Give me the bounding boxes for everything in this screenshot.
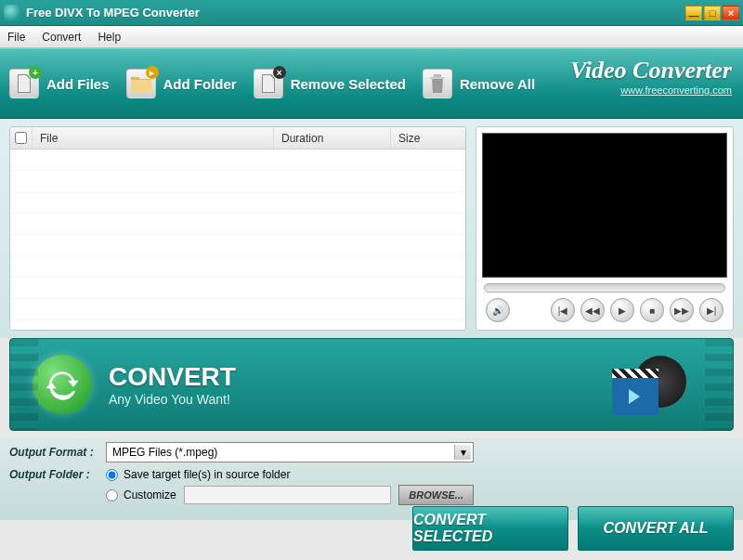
folder-icon: ▸ bbox=[126, 69, 156, 98]
select-all-checkbox[interactable] bbox=[15, 132, 27, 144]
video-preview bbox=[482, 133, 727, 278]
action-buttons: CONVERT SELECTED CONVERT ALL bbox=[412, 506, 734, 551]
x-icon: × bbox=[273, 66, 286, 79]
brand-title: Video Converter bbox=[570, 57, 732, 85]
browse-button[interactable]: BROWSE... bbox=[398, 485, 474, 505]
file-list: File Duration Size bbox=[9, 126, 466, 331]
menu-convert[interactable]: Convert bbox=[42, 31, 81, 44]
menu-help[interactable]: Help bbox=[98, 31, 121, 44]
file-remove-icon: × bbox=[254, 69, 283, 98]
plus-icon: + bbox=[29, 66, 42, 79]
radio-save-source-input[interactable] bbox=[106, 469, 118, 481]
convert-banner[interactable]: CONVERT Any Video You Want! bbox=[9, 338, 734, 431]
brand-url[interactable]: www.freeconverting.com bbox=[570, 85, 732, 96]
close-button[interactable]: × bbox=[723, 6, 739, 20]
play-button[interactable]: ▶ bbox=[610, 298, 634, 322]
volume-button[interactable]: 🔊 bbox=[486, 298, 510, 322]
film-icon bbox=[612, 356, 686, 415]
preview-box: 🔊 |◀ ◀◀ ▶ ■ ▶▶ ▶| bbox=[476, 126, 734, 331]
trash-icon bbox=[423, 69, 452, 98]
remove-all-button[interactable]: Remove All bbox=[423, 69, 535, 98]
header-duration[interactable]: Duration bbox=[274, 127, 391, 149]
radio-customize-label: Customize bbox=[124, 488, 176, 501]
header-size[interactable]: Size bbox=[391, 127, 465, 149]
toolbar: + Add Files ▸ Add Folder × Remove Select… bbox=[0, 48, 743, 119]
radio-customize-input[interactable] bbox=[106, 489, 118, 501]
last-button[interactable]: ▶| bbox=[699, 298, 723, 322]
add-folder-label: Add Folder bbox=[163, 76, 237, 92]
menubar: File Convert Help bbox=[0, 26, 743, 48]
radio-customize[interactable]: Customize bbox=[106, 488, 176, 501]
output-format-label: Output Format : bbox=[9, 446, 106, 459]
banner-big: CONVERT bbox=[109, 362, 236, 392]
remove-selected-label: Remove Selected bbox=[291, 76, 406, 92]
rewind-button[interactable]: ◀◀ bbox=[580, 298, 605, 322]
convert-selected-button[interactable]: CONVERT SELECTED bbox=[412, 506, 568, 551]
minimize-button[interactable]: — bbox=[685, 6, 702, 20]
radio-save-source-label: Save target file(s) in source folder bbox=[124, 468, 290, 481]
convert-all-button[interactable]: CONVERT ALL bbox=[578, 506, 734, 551]
seek-bar[interactable] bbox=[484, 283, 725, 293]
dropdown-arrow-icon: ▾ bbox=[454, 445, 471, 460]
folder-badge-icon: ▸ bbox=[146, 66, 159, 79]
svg-rect-0 bbox=[430, 77, 445, 79]
stop-button[interactable]: ■ bbox=[640, 298, 664, 322]
remove-selected-button[interactable]: × Remove Selected bbox=[254, 69, 406, 98]
file-icon: + bbox=[9, 69, 39, 98]
header-file[interactable]: File bbox=[33, 127, 274, 149]
banner-small: Any Video You Want! bbox=[109, 392, 236, 407]
first-button[interactable]: |◀ bbox=[551, 298, 575, 322]
main-area: File Duration Size 🔊 |◀ ◀◀ ▶ ■ ▶▶ ▶| bbox=[0, 119, 743, 338]
output-format-select[interactable]: MPEG Files (*.mpeg) ▾ bbox=[106, 442, 474, 462]
add-files-label: Add Files bbox=[46, 76, 110, 92]
banner-text: CONVERT Any Video You Want! bbox=[109, 362, 236, 407]
maximize-button[interactable]: □ bbox=[704, 6, 721, 20]
add-files-button[interactable]: + Add Files bbox=[9, 69, 110, 98]
preview-panel: 🔊 |◀ ◀◀ ▶ ■ ▶▶ ▶| bbox=[476, 126, 734, 331]
list-header: File Duration Size bbox=[10, 127, 465, 150]
brand-area: Video Converter www.freeconverting.com bbox=[570, 57, 732, 96]
list-rows bbox=[10, 150, 465, 330]
radio-save-source[interactable]: Save target file(s) in source folder bbox=[106, 468, 474, 481]
window-title: Free DIVX To MPEG Converter bbox=[26, 6, 684, 20]
convert-icon bbox=[33, 355, 92, 414]
header-checkbox[interactable] bbox=[10, 127, 33, 149]
customize-path-input[interactable] bbox=[184, 486, 392, 504]
output-folder-label: Output Folder : bbox=[9, 468, 106, 481]
output-format-value: MPEG Files (*.mpeg) bbox=[112, 446, 217, 459]
remove-all-label: Remove All bbox=[460, 76, 535, 92]
menu-file[interactable]: File bbox=[7, 31, 25, 44]
app-icon bbox=[4, 5, 20, 21]
player-controls: 🔊 |◀ ◀◀ ▶ ■ ▶▶ ▶| bbox=[482, 296, 727, 324]
titlebar: Free DIVX To MPEG Converter — □ × bbox=[0, 0, 743, 26]
forward-button[interactable]: ▶▶ bbox=[670, 298, 694, 322]
add-folder-button[interactable]: ▸ Add Folder bbox=[126, 69, 237, 98]
